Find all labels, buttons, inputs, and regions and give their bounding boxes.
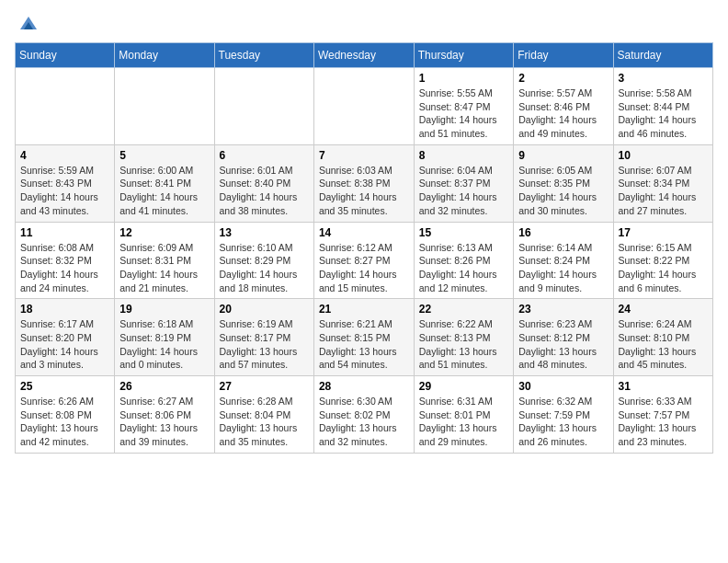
day-number: 17 — [619, 226, 708, 239]
day-info: Sunrise: 6:13 AMSunset: 8:26 PMDaylight:… — [419, 241, 508, 295]
day-number: 12 — [119, 226, 209, 239]
calendar-cell: 16Sunrise: 6:14 AMSunset: 8:24 PMDayligh… — [514, 222, 613, 299]
day-info: Sunrise: 6:19 AMSunset: 8:17 PMDaylight:… — [220, 317, 309, 372]
day-number: 28 — [319, 380, 409, 393]
calendar-week-row: 1Sunrise: 5:55 AMSunset: 8:47 PMDaylight… — [16, 68, 713, 145]
calendar-cell: 25Sunrise: 6:26 AMSunset: 8:08 PMDayligh… — [16, 376, 115, 454]
day-of-week-header: Saturday — [613, 43, 712, 68]
logo-icon — [18, 15, 39, 31]
day-info: Sunrise: 6:00 AMSunset: 8:41 PMDaylight:… — [119, 164, 209, 218]
day-info: Sunrise: 5:55 AMSunset: 8:47 PMDaylight:… — [419, 86, 508, 141]
day-info: Sunrise: 6:28 AMSunset: 8:04 PMDaylight:… — [220, 395, 309, 449]
day-number: 20 — [220, 303, 309, 316]
day-info: Sunrise: 6:23 AMSunset: 8:12 PMDaylight:… — [518, 317, 608, 372]
calendar-cell: 9Sunrise: 6:05 AMSunset: 8:35 PMDaylight… — [514, 144, 613, 222]
calendar-cell — [115, 68, 214, 145]
day-number: 31 — [619, 380, 708, 393]
calendar-week-row: 11Sunrise: 6:08 AMSunset: 8:32 PMDayligh… — [16, 222, 713, 299]
day-info: Sunrise: 6:08 AMSunset: 8:32 PMDaylight:… — [20, 241, 109, 295]
calendar-cell: 29Sunrise: 6:31 AMSunset: 8:01 PMDayligh… — [414, 376, 513, 454]
calendar-week-row: 18Sunrise: 6:17 AMSunset: 8:20 PMDayligh… — [16, 299, 713, 376]
day-number: 21 — [319, 303, 409, 316]
day-number: 19 — [119, 303, 209, 316]
day-info: Sunrise: 6:32 AMSunset: 7:59 PMDaylight:… — [518, 395, 608, 449]
calendar-cell: 20Sunrise: 6:19 AMSunset: 8:17 PMDayligh… — [214, 299, 313, 376]
calendar-cell: 24Sunrise: 6:24 AMSunset: 8:10 PMDayligh… — [613, 299, 712, 376]
day-of-week-header: Monday — [115, 43, 214, 68]
calendar-cell: 11Sunrise: 6:08 AMSunset: 8:32 PMDayligh… — [16, 222, 115, 299]
day-number: 24 — [619, 303, 708, 316]
day-number: 5 — [119, 149, 209, 162]
day-number: 16 — [518, 226, 608, 239]
day-info: Sunrise: 6:24 AMSunset: 8:10 PMDaylight:… — [619, 317, 708, 372]
day-number: 14 — [319, 226, 409, 239]
day-number: 2 — [518, 72, 608, 85]
calendar-table: SundayMondayTuesdayWednesdayThursdayFrid… — [15, 42, 713, 454]
calendar-cell: 15Sunrise: 6:13 AMSunset: 8:26 PMDayligh… — [414, 222, 513, 299]
day-of-week-header: Thursday — [414, 43, 513, 68]
day-number: 25 — [20, 380, 109, 393]
calendar-cell: 30Sunrise: 6:32 AMSunset: 7:59 PMDayligh… — [514, 376, 613, 454]
calendar-cell — [313, 68, 414, 145]
calendar-cell: 28Sunrise: 6:30 AMSunset: 8:02 PMDayligh… — [313, 376, 414, 454]
calendar-cell: 27Sunrise: 6:28 AMSunset: 8:04 PMDayligh… — [214, 376, 313, 454]
day-number: 27 — [220, 380, 309, 393]
day-number: 22 — [419, 303, 508, 316]
day-info: Sunrise: 6:26 AMSunset: 8:08 PMDaylight:… — [20, 395, 109, 449]
day-number: 3 — [619, 72, 708, 85]
calendar-cell: 7Sunrise: 6:03 AMSunset: 8:38 PMDaylight… — [313, 144, 414, 222]
calendar-cell: 23Sunrise: 6:23 AMSunset: 8:12 PMDayligh… — [514, 299, 613, 376]
day-info: Sunrise: 6:33 AMSunset: 7:57 PMDaylight:… — [619, 395, 708, 449]
day-info: Sunrise: 5:59 AMSunset: 8:43 PMDaylight:… — [20, 164, 109, 218]
calendar-cell: 3Sunrise: 5:58 AMSunset: 8:44 PMDaylight… — [613, 68, 712, 145]
calendar-cell: 6Sunrise: 6:01 AMSunset: 8:40 PMDaylight… — [214, 144, 313, 222]
day-info: Sunrise: 6:30 AMSunset: 8:02 PMDaylight:… — [319, 395, 409, 449]
day-info: Sunrise: 5:58 AMSunset: 8:44 PMDaylight:… — [619, 86, 708, 141]
day-number: 30 — [518, 380, 608, 393]
calendar-cell: 1Sunrise: 5:55 AMSunset: 8:47 PMDaylight… — [414, 68, 513, 145]
day-number: 8 — [419, 149, 508, 162]
day-number: 18 — [20, 303, 109, 316]
day-of-week-header: Friday — [514, 43, 613, 68]
day-number: 29 — [419, 380, 508, 393]
calendar-week-row: 4Sunrise: 5:59 AMSunset: 8:43 PMDaylight… — [16, 144, 713, 222]
calendar-cell — [214, 68, 313, 145]
calendar-cell: 5Sunrise: 6:00 AMSunset: 8:41 PMDaylight… — [115, 144, 214, 222]
day-of-week-header: Sunday — [16, 43, 115, 68]
day-info: Sunrise: 6:15 AMSunset: 8:22 PMDaylight:… — [619, 241, 708, 295]
day-number: 26 — [119, 380, 209, 393]
day-info: Sunrise: 6:27 AMSunset: 8:06 PMDaylight:… — [119, 395, 209, 449]
day-of-week-header: Wednesday — [313, 43, 414, 68]
day-number: 1 — [419, 72, 508, 85]
day-info: Sunrise: 6:18 AMSunset: 8:19 PMDaylight:… — [119, 317, 209, 372]
calendar-cell: 18Sunrise: 6:17 AMSunset: 8:20 PMDayligh… — [16, 299, 115, 376]
day-number: 10 — [619, 149, 708, 162]
calendar-cell: 22Sunrise: 6:22 AMSunset: 8:13 PMDayligh… — [414, 299, 513, 376]
day-info: Sunrise: 6:21 AMSunset: 8:15 PMDaylight:… — [319, 317, 409, 372]
calendar-cell: 10Sunrise: 6:07 AMSunset: 8:34 PMDayligh… — [613, 144, 712, 222]
day-of-week-header: Tuesday — [214, 43, 313, 68]
day-info: Sunrise: 6:10 AMSunset: 8:29 PMDaylight:… — [220, 241, 309, 295]
day-number: 23 — [518, 303, 608, 316]
calendar-cell: 31Sunrise: 6:33 AMSunset: 7:57 PMDayligh… — [613, 376, 712, 454]
calendar-cell: 17Sunrise: 6:15 AMSunset: 8:22 PMDayligh… — [613, 222, 712, 299]
day-number: 4 — [20, 149, 109, 162]
day-info: Sunrise: 6:07 AMSunset: 8:34 PMDaylight:… — [619, 164, 708, 218]
day-info: Sunrise: 6:17 AMSunset: 8:20 PMDaylight:… — [20, 317, 109, 372]
day-info: Sunrise: 6:01 AMSunset: 8:40 PMDaylight:… — [220, 164, 309, 218]
calendar-cell: 4Sunrise: 5:59 AMSunset: 8:43 PMDaylight… — [16, 144, 115, 222]
day-info: Sunrise: 6:09 AMSunset: 8:31 PMDaylight:… — [119, 241, 209, 295]
day-info: Sunrise: 6:04 AMSunset: 8:37 PMDaylight:… — [419, 164, 508, 218]
calendar-cell: 21Sunrise: 6:21 AMSunset: 8:15 PMDayligh… — [313, 299, 414, 376]
calendar-cell: 19Sunrise: 6:18 AMSunset: 8:19 PMDayligh… — [115, 299, 214, 376]
day-number: 7 — [319, 149, 409, 162]
day-number: 13 — [220, 226, 309, 239]
day-info: Sunrise: 6:31 AMSunset: 8:01 PMDaylight:… — [419, 395, 508, 449]
calendar-cell — [16, 68, 115, 145]
calendar-cell: 8Sunrise: 6:04 AMSunset: 8:37 PMDaylight… — [414, 144, 513, 222]
day-info: Sunrise: 6:12 AMSunset: 8:27 PMDaylight:… — [319, 241, 409, 295]
page-header — [15, 15, 713, 31]
day-info: Sunrise: 6:14 AMSunset: 8:24 PMDaylight:… — [518, 241, 608, 295]
calendar-cell: 26Sunrise: 6:27 AMSunset: 8:06 PMDayligh… — [115, 376, 214, 454]
calendar-cell: 13Sunrise: 6:10 AMSunset: 8:29 PMDayligh… — [214, 222, 313, 299]
